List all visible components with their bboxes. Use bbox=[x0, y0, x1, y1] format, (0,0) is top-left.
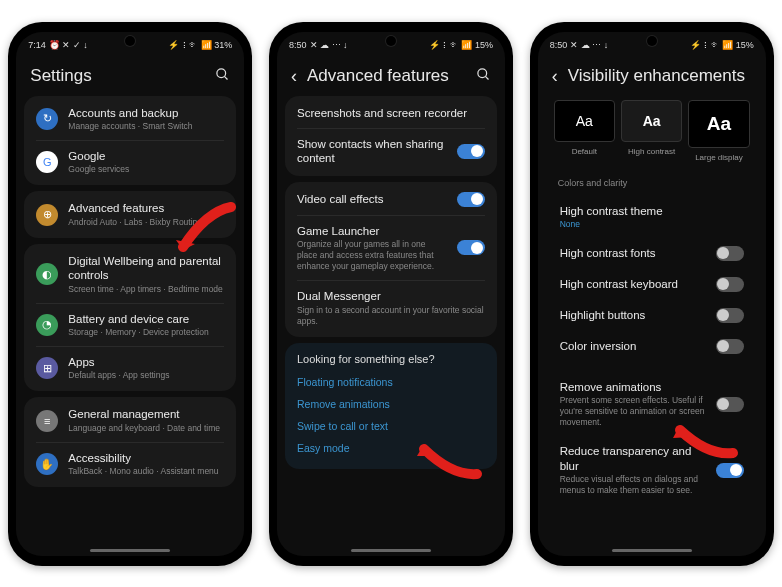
settings-list[interactable]: ↻ Accounts and backup Manage accounts · … bbox=[16, 96, 244, 544]
phone-advanced-features: 8:50 ✕ ☁ ⋯ ↓ ⚡ ⋮ ᯤ 📶 15% ‹ Advanced feat… bbox=[269, 22, 513, 566]
toggle-switch[interactable] bbox=[716, 246, 744, 261]
nav-gesture-bar bbox=[612, 549, 692, 552]
visibility-item[interactable]: High contrast keyboard bbox=[546, 269, 758, 300]
status-left-icons: ✕ ☁ ⋯ ↓ bbox=[570, 40, 608, 50]
svg-line-1 bbox=[225, 76, 228, 79]
toggle-switch[interactable] bbox=[716, 339, 744, 354]
item-icon: G bbox=[36, 151, 58, 173]
item-title: Google bbox=[68, 149, 224, 163]
svg-point-2 bbox=[478, 68, 487, 77]
looking-for-card: Looking for something else? Floating not… bbox=[285, 343, 497, 469]
status-time: 8:50 bbox=[289, 40, 307, 50]
settings-item[interactable]: ≡ General management Language and keyboa… bbox=[24, 399, 236, 441]
item-subtitle: Screen time · App timers · Bedtime mode bbox=[68, 284, 224, 295]
toggle-switch[interactable] bbox=[716, 397, 744, 412]
item-title: Digital Wellbeing and parental controls bbox=[68, 254, 224, 283]
nav-gesture-bar bbox=[90, 549, 170, 552]
settings-item[interactable]: G Google Google services bbox=[24, 141, 236, 183]
camera-cutout bbox=[125, 36, 135, 46]
visibility-item[interactable]: Remove animations Prevent some screen ef… bbox=[546, 372, 758, 437]
font-preview-option[interactable]: AaLarge display bbox=[688, 100, 749, 162]
status-right-icons: ⚡ ⋮ ᯤ 📶 31% bbox=[168, 40, 232, 50]
settings-item[interactable]: ✋ Accessibility TalkBack · Mono audio · … bbox=[24, 443, 236, 485]
back-icon[interactable]: ‹ bbox=[552, 67, 558, 85]
visibility-item[interactable]: High contrast fonts bbox=[546, 238, 758, 269]
status-left-icons: ⏰ ✕ ✓ ↓ bbox=[49, 40, 88, 50]
feature-item[interactable]: Game Launcher Organize all your games al… bbox=[285, 216, 497, 281]
font-label: High contrast bbox=[621, 147, 682, 156]
item-icon: ⊕ bbox=[36, 204, 58, 226]
item-title: Battery and device care bbox=[68, 312, 224, 326]
item-subtitle: Reduce visual effects on dialogs and men… bbox=[560, 474, 706, 496]
toggle-switch[interactable] bbox=[716, 463, 744, 478]
font-preview-option[interactable]: AaDefault bbox=[554, 100, 615, 162]
item-title: Reduce transparency and blur bbox=[560, 444, 706, 473]
page-title: Visibility enhancements bbox=[568, 66, 752, 86]
item-title: Color inversion bbox=[560, 339, 706, 353]
item-icon: ✋ bbox=[36, 453, 58, 475]
phone-settings: 7:14 ⏰ ✕ ✓ ↓ ⚡ ⋮ ᯤ 📶 31% Settings ↻ Acco… bbox=[8, 22, 252, 566]
feature-item[interactable]: Show contacts when sharing content bbox=[285, 129, 497, 174]
page-header: Settings bbox=[16, 54, 244, 98]
toggle-switch[interactable] bbox=[457, 192, 485, 207]
visibility-item[interactable]: Reduce transparency and blur Reduce visu… bbox=[546, 436, 758, 504]
suggested-link[interactable]: Swipe to call or text bbox=[297, 415, 485, 437]
item-subtitle: Language and keyboard · Date and time bbox=[68, 423, 224, 434]
suggested-link[interactable]: Easy mode bbox=[297, 437, 485, 459]
settings-item[interactable]: ↻ Accounts and backup Manage accounts · … bbox=[24, 98, 236, 140]
page-title: Settings bbox=[30, 66, 205, 86]
suggested-link[interactable]: Remove animations bbox=[297, 393, 485, 415]
item-title: Game Launcher bbox=[297, 224, 447, 238]
toggle-switch[interactable] bbox=[457, 240, 485, 255]
item-subtitle: Default apps · App settings bbox=[68, 370, 224, 381]
settings-group: ⊕ Advanced features Android Auto · Labs … bbox=[24, 191, 236, 237]
suggested-link[interactable]: Floating notifications bbox=[297, 371, 485, 393]
status-time: 7:14 bbox=[28, 40, 46, 50]
item-title: Show contacts when sharing content bbox=[297, 137, 447, 166]
item-title: Dual Messenger bbox=[297, 289, 485, 303]
item-title: Video call effects bbox=[297, 192, 447, 206]
toggle-switch[interactable] bbox=[457, 144, 485, 159]
visibility-item[interactable]: High contrast theme None bbox=[546, 196, 758, 238]
search-icon[interactable] bbox=[476, 67, 491, 85]
item-icon: ⊞ bbox=[36, 357, 58, 379]
item-icon: ↻ bbox=[36, 108, 58, 130]
phone-visibility: 8:50 ✕ ☁ ⋯ ↓ ⚡ ⋮ ᯤ 📶 15% ‹ Visibility en… bbox=[530, 22, 774, 566]
item-subtitle: Prevent some screen effects. Useful if y… bbox=[560, 395, 706, 428]
feature-item[interactable]: Dual Messenger Sign in to a second accou… bbox=[285, 281, 497, 334]
page-header: ‹ Visibility enhancements bbox=[538, 54, 766, 98]
item-title: Screenshots and screen recorder bbox=[297, 106, 485, 120]
svg-point-0 bbox=[217, 68, 226, 77]
item-title: Remove animations bbox=[560, 380, 706, 394]
search-icon[interactable] bbox=[215, 67, 230, 85]
features-list[interactable]: Screenshots and screen recorder Show con… bbox=[277, 96, 505, 544]
font-preview-option[interactable]: AaHigh contrast bbox=[621, 100, 682, 162]
status-time: 8:50 bbox=[550, 40, 568, 50]
item-title: High contrast theme bbox=[560, 204, 744, 218]
item-title: High contrast keyboard bbox=[560, 277, 706, 291]
back-icon[interactable]: ‹ bbox=[291, 67, 297, 85]
settings-item[interactable]: ◐ Digital Wellbeing and parental control… bbox=[24, 246, 236, 303]
svg-line-3 bbox=[485, 76, 488, 79]
feature-item[interactable]: Screenshots and screen recorder bbox=[285, 98, 497, 128]
item-subtitle: Manage accounts · Smart Switch bbox=[68, 121, 224, 132]
camera-cutout bbox=[647, 36, 657, 46]
item-icon: ◔ bbox=[36, 314, 58, 336]
item-title: High contrast fonts bbox=[560, 246, 706, 260]
looking-for-label: Looking for something else? bbox=[297, 353, 485, 369]
settings-item[interactable]: ⊕ Advanced features Android Auto · Labs … bbox=[24, 193, 236, 235]
visibility-item[interactable]: Color inversion bbox=[546, 331, 758, 362]
toggle-switch[interactable] bbox=[716, 277, 744, 292]
toggle-switch[interactable] bbox=[716, 308, 744, 323]
page-title: Advanced features bbox=[307, 66, 466, 86]
camera-cutout bbox=[386, 36, 396, 46]
settings-item[interactable]: ⊞ Apps Default apps · App settings bbox=[24, 347, 236, 389]
item-icon: ≡ bbox=[36, 410, 58, 432]
item-title: Apps bbox=[68, 355, 224, 369]
visibility-item[interactable]: Highlight buttons bbox=[546, 300, 758, 331]
settings-item[interactable]: ◔ Battery and device care Storage · Memo… bbox=[24, 304, 236, 346]
visibility-list[interactable]: AaDefaultAaHigh contrastAaLarge display … bbox=[538, 96, 766, 544]
font-swatch: Aa bbox=[621, 100, 682, 142]
feature-item[interactable]: Video call effects bbox=[285, 184, 497, 215]
font-swatch: Aa bbox=[554, 100, 615, 142]
